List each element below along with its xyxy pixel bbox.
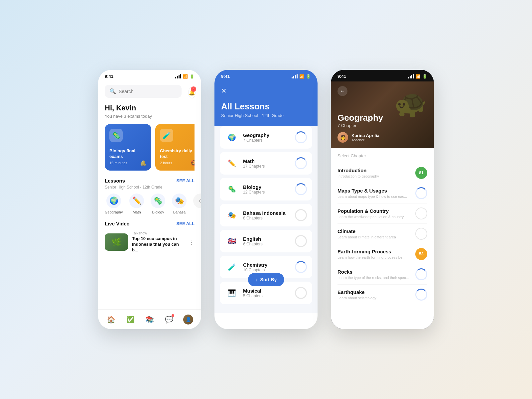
exam-card-chemistry[interactable]: 🧪 Chemistry daily test 2 hours 🔕 (155, 124, 195, 171)
lesson-row-name-musical: Musical (243, 288, 290, 294)
lesson-progress-musical (295, 287, 307, 299)
sort-by-button[interactable]: ↕ Sort By (248, 273, 284, 286)
signal-icon-p2 (292, 74, 298, 78)
lesson-item-more[interactable]: C (193, 194, 201, 214)
lesson-row-name-chemistry: Chemistry (243, 262, 290, 268)
search-input[interactable] (119, 89, 177, 94)
status-bar-phone2: 9:41 📶 🔋 (214, 70, 318, 81)
lesson-row-biology[interactable]: 🦠 Biology 12 Chapters (220, 178, 312, 200)
greeting-name: Hi, Kevin (105, 104, 195, 112)
lesson-row-info-chemistry: Chemistry 10 Chapters (243, 262, 290, 272)
chapter-desc-population: Learn the wordwide population & country (337, 215, 411, 219)
chapter-item-earthquake[interactable]: Earthquake Learn about seismology (337, 285, 427, 305)
lesson-row-math[interactable]: ✏️ Math 17 Chapters (220, 152, 312, 175)
wifi-icon: 📶 (183, 74, 188, 79)
video-title: Top 10 eco campus in Indonesia that you … (132, 236, 185, 253)
lesson-item-math[interactable]: ✏️ Math (129, 194, 144, 214)
lesson-row-info-musical: Musical 5 Chapters (243, 288, 290, 298)
chapter-info-earthquake: Earthquake Learn about seismology (337, 289, 411, 300)
chapter-list: Select Chapter Introduction Introduction… (331, 148, 434, 329)
chat-badge (172, 314, 174, 317)
status-bar-phone3: 9:41 📶 🔋 (331, 70, 434, 81)
status-icons-phone1: 📶 🔋 (175, 74, 195, 79)
geo-header-content: Geography 7 Chapter 👩 Karina Aprilia Tea… (337, 113, 427, 143)
notification-button[interactable]: 🔔 3 (188, 87, 196, 98)
lesson-row-info-geography: Geography 7 Chapters (243, 132, 290, 143)
all-lessons-title: All Lessons (221, 101, 311, 112)
nav-chat[interactable]: 💬 (162, 312, 176, 327)
status-bar-phone1: 9:41 📶 🔋 (98, 70, 201, 81)
lesson-progress-biology (295, 183, 307, 195)
nav-profile[interactable]: 👤 (181, 312, 196, 327)
lesson-row-english[interactable]: 🇬🇧 English 6 Chapters (220, 230, 312, 252)
lesson-progress-english (295, 235, 307, 247)
phone2-lessons: 9:41 📶 🔋 ✕ All Lessons Senior High Schoo… (214, 70, 318, 329)
chapter-name-earthforming: Earth-forming Process (337, 249, 411, 254)
exam-title-biology: Biology final exams (109, 148, 147, 160)
chapter-circle-climate (415, 228, 427, 240)
chapter-desc-maps: Learn about maps type & how to use eac..… (337, 195, 411, 199)
wifi-icon-p3: 📶 (416, 74, 421, 79)
lesson-item-geography[interactable]: 🌍 Geography (105, 194, 123, 214)
lesson-row-chapters-musical: 5 Chapters (243, 294, 290, 298)
chapter-item-earthforming[interactable]: Earth-forming Process Learn how the eart… (337, 244, 427, 264)
status-icons-phone2: 📶 🔋 (292, 74, 311, 79)
lesson-progress-geography (295, 131, 307, 143)
chapter-info-earthforming: Earth-forming Process Learn how the eart… (337, 249, 411, 259)
chapter-item-introduction[interactable]: Introduction Introduction to geography 8… (337, 163, 427, 183)
lesson-row-name-english: English (243, 236, 290, 242)
live-video-item[interactable]: 🌿 Talkshow Top 10 eco campus in Indonesi… (105, 228, 195, 256)
lessons-see-all[interactable]: SEE ALL (177, 178, 195, 183)
exam-card-biology[interactable]: 🦠 Biology final exams 15 minutes 🔔 (105, 124, 151, 171)
exam-icon-biology: 🦠 (109, 129, 123, 142)
subject-name: Geography (337, 113, 427, 123)
chapter-progress-earthquake (415, 289, 427, 301)
lesson-row-name-biology: Biology (243, 184, 290, 190)
battery-icon-p2: 🔋 (306, 74, 311, 79)
lesson-label-biology: Biology (152, 210, 164, 214)
lessons-subtitle: Senior High School - 12th Grade (105, 185, 195, 190)
exam-title-chemistry: Chemistry daily test (160, 148, 195, 160)
lesson-row-icon-english: 🇬🇧 (225, 234, 238, 248)
video-tag: Talkshow (132, 231, 185, 235)
teacher-role: Teacher (351, 138, 379, 142)
chapter-item-climate[interactable]: Climate Learn about climate in different… (337, 224, 427, 244)
bottom-nav-phone1: 🏠 ✅ 📚 💬 👤 (98, 309, 201, 329)
battery-icon: 🔋 (190, 74, 195, 79)
lesson-row-icon-biology: 🦠 (225, 183, 238, 196)
chapter-item-rocks[interactable]: Rocks Learn the type of the rocks, and t… (337, 264, 427, 285)
chapter-item-maps[interactable]: Maps Type & Usages Learn about maps type… (337, 183, 427, 203)
lesson-item-bahasa[interactable]: 🎭 Bahasa (172, 194, 187, 214)
lessons-section-header: Lessons SEE ALL (105, 178, 195, 184)
lesson-row-info-biology: Biology 12 Chapters (243, 184, 290, 195)
time-phone1: 9:41 (105, 74, 113, 79)
search-bar[interactable]: 🔍 (105, 85, 182, 98)
live-video-see-all[interactable]: SEE ALL (177, 221, 195, 226)
lesson-row-geography[interactable]: 🌍 Geography 7 Chapters (220, 126, 312, 149)
lesson-row-bahasa[interactable]: 🎭 Bahasa Indonesia 8 Chapters (220, 204, 312, 226)
lesson-row-chapters-math: 17 Chapters (243, 164, 290, 169)
search-row: 🔍 🔔 3 (105, 81, 195, 104)
notification-badge: 3 (191, 86, 196, 92)
lesson-row-icon-musical: 🎹 (225, 286, 238, 300)
lesson-row-icon-math: ✏️ (225, 157, 238, 170)
close-button[interactable]: ✕ (221, 87, 311, 95)
lesson-progress-math (295, 157, 307, 169)
video-more-icon[interactable]: ⋮ (189, 238, 195, 246)
back-button[interactable]: ← (337, 86, 347, 96)
time-phone3: 9:41 (337, 74, 346, 79)
lesson-item-biology[interactable]: 🦠 Biology (151, 194, 165, 214)
chapter-item-population[interactable]: Population & Country Learn the wordwide … (337, 203, 427, 224)
nav-tasks[interactable]: ✅ (123, 312, 138, 327)
chapter-name-maps: Maps Type & Usages (337, 188, 411, 194)
chapter-name-introduction: Introduction (337, 168, 411, 173)
nav-book[interactable]: 📚 (142, 312, 157, 327)
geography-header: 🐢 ← Geography 7 Chapter 👩 Karina Aprilia… (331, 81, 434, 148)
video-info: Talkshow Top 10 eco campus in Indonesia … (132, 231, 185, 253)
nav-home[interactable]: 🏠 (104, 312, 118, 327)
chapter-info-maps: Maps Type & Usages Learn about maps type… (337, 188, 411, 199)
chapter-desc-introduction: Introduction to geography (337, 174, 411, 178)
exam-time-biology: 15 minutes (109, 161, 127, 165)
bell-muted-icon2: 🔕 (191, 160, 195, 166)
sort-icon: ↕ (255, 277, 258, 282)
